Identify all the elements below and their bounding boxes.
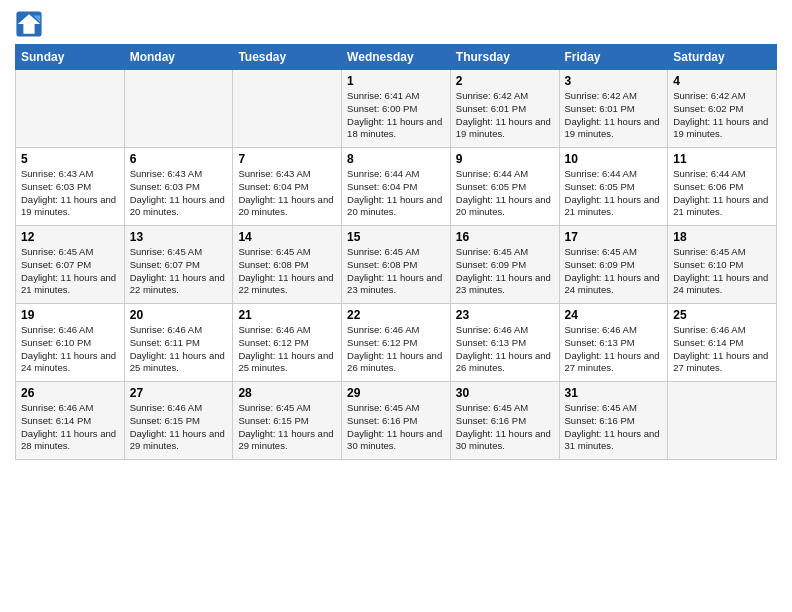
day-header-friday: Friday bbox=[559, 45, 668, 70]
day-number: 31 bbox=[565, 386, 663, 400]
week-row-2: 5Sunrise: 6:43 AMSunset: 6:03 PMDaylight… bbox=[16, 148, 777, 226]
day-number: 19 bbox=[21, 308, 119, 322]
calendar-cell: 27Sunrise: 6:46 AMSunset: 6:15 PMDayligh… bbox=[124, 382, 233, 460]
calendar-cell: 28Sunrise: 6:45 AMSunset: 6:15 PMDayligh… bbox=[233, 382, 342, 460]
day-number: 8 bbox=[347, 152, 445, 166]
day-info: Sunrise: 6:45 AMSunset: 6:16 PMDaylight:… bbox=[456, 402, 554, 453]
logo-icon bbox=[15, 10, 43, 38]
calendar-cell: 21Sunrise: 6:46 AMSunset: 6:12 PMDayligh… bbox=[233, 304, 342, 382]
calendar-cell: 15Sunrise: 6:45 AMSunset: 6:08 PMDayligh… bbox=[342, 226, 451, 304]
calendar-cell: 19Sunrise: 6:46 AMSunset: 6:10 PMDayligh… bbox=[16, 304, 125, 382]
day-info: Sunrise: 6:45 AMSunset: 6:16 PMDaylight:… bbox=[347, 402, 445, 453]
calendar-cell: 25Sunrise: 6:46 AMSunset: 6:14 PMDayligh… bbox=[668, 304, 777, 382]
calendar-cell: 23Sunrise: 6:46 AMSunset: 6:13 PMDayligh… bbox=[450, 304, 559, 382]
day-header-sunday: Sunday bbox=[16, 45, 125, 70]
calendar-cell: 4Sunrise: 6:42 AMSunset: 6:02 PMDaylight… bbox=[668, 70, 777, 148]
day-info: Sunrise: 6:45 AMSunset: 6:08 PMDaylight:… bbox=[347, 246, 445, 297]
calendar-cell: 10Sunrise: 6:44 AMSunset: 6:05 PMDayligh… bbox=[559, 148, 668, 226]
day-number: 9 bbox=[456, 152, 554, 166]
day-info: Sunrise: 6:45 AMSunset: 6:15 PMDaylight:… bbox=[238, 402, 336, 453]
day-info: Sunrise: 6:43 AMSunset: 6:04 PMDaylight:… bbox=[238, 168, 336, 219]
day-info: Sunrise: 6:45 AMSunset: 6:08 PMDaylight:… bbox=[238, 246, 336, 297]
day-info: Sunrise: 6:45 AMSunset: 6:07 PMDaylight:… bbox=[21, 246, 119, 297]
day-number: 10 bbox=[565, 152, 663, 166]
day-number: 11 bbox=[673, 152, 771, 166]
day-info: Sunrise: 6:46 AMSunset: 6:12 PMDaylight:… bbox=[347, 324, 445, 375]
day-info: Sunrise: 6:45 AMSunset: 6:09 PMDaylight:… bbox=[456, 246, 554, 297]
day-info: Sunrise: 6:46 AMSunset: 6:14 PMDaylight:… bbox=[673, 324, 771, 375]
day-number: 5 bbox=[21, 152, 119, 166]
day-number: 6 bbox=[130, 152, 228, 166]
calendar-cell bbox=[16, 70, 125, 148]
day-number: 2 bbox=[456, 74, 554, 88]
calendar-cell: 2Sunrise: 6:42 AMSunset: 6:01 PMDaylight… bbox=[450, 70, 559, 148]
calendar-cell: 13Sunrise: 6:45 AMSunset: 6:07 PMDayligh… bbox=[124, 226, 233, 304]
calendar-cell bbox=[233, 70, 342, 148]
day-number: 30 bbox=[456, 386, 554, 400]
calendar-cell: 5Sunrise: 6:43 AMSunset: 6:03 PMDaylight… bbox=[16, 148, 125, 226]
calendar-cell: 9Sunrise: 6:44 AMSunset: 6:05 PMDaylight… bbox=[450, 148, 559, 226]
day-info: Sunrise: 6:44 AMSunset: 6:04 PMDaylight:… bbox=[347, 168, 445, 219]
day-number: 27 bbox=[130, 386, 228, 400]
day-header-tuesday: Tuesday bbox=[233, 45, 342, 70]
day-header-saturday: Saturday bbox=[668, 45, 777, 70]
calendar-cell: 24Sunrise: 6:46 AMSunset: 6:13 PMDayligh… bbox=[559, 304, 668, 382]
week-row-3: 12Sunrise: 6:45 AMSunset: 6:07 PMDayligh… bbox=[16, 226, 777, 304]
day-number: 7 bbox=[238, 152, 336, 166]
day-number: 15 bbox=[347, 230, 445, 244]
day-info: Sunrise: 6:41 AMSunset: 6:00 PMDaylight:… bbox=[347, 90, 445, 141]
day-info: Sunrise: 6:42 AMSunset: 6:01 PMDaylight:… bbox=[456, 90, 554, 141]
day-number: 23 bbox=[456, 308, 554, 322]
day-info: Sunrise: 6:42 AMSunset: 6:01 PMDaylight:… bbox=[565, 90, 663, 141]
day-info: Sunrise: 6:46 AMSunset: 6:10 PMDaylight:… bbox=[21, 324, 119, 375]
day-number: 13 bbox=[130, 230, 228, 244]
day-number: 4 bbox=[673, 74, 771, 88]
header bbox=[15, 10, 777, 38]
day-number: 24 bbox=[565, 308, 663, 322]
day-number: 29 bbox=[347, 386, 445, 400]
calendar-cell bbox=[668, 382, 777, 460]
day-info: Sunrise: 6:46 AMSunset: 6:11 PMDaylight:… bbox=[130, 324, 228, 375]
day-info: Sunrise: 6:45 AMSunset: 6:10 PMDaylight:… bbox=[673, 246, 771, 297]
calendar-cell bbox=[124, 70, 233, 148]
calendar-body: 1Sunrise: 6:41 AMSunset: 6:00 PMDaylight… bbox=[16, 70, 777, 460]
page: SundayMondayTuesdayWednesdayThursdayFrid… bbox=[0, 0, 792, 612]
day-info: Sunrise: 6:44 AMSunset: 6:05 PMDaylight:… bbox=[456, 168, 554, 219]
day-number: 1 bbox=[347, 74, 445, 88]
calendar-cell: 12Sunrise: 6:45 AMSunset: 6:07 PMDayligh… bbox=[16, 226, 125, 304]
day-info: Sunrise: 6:46 AMSunset: 6:14 PMDaylight:… bbox=[21, 402, 119, 453]
week-row-5: 26Sunrise: 6:46 AMSunset: 6:14 PMDayligh… bbox=[16, 382, 777, 460]
day-info: Sunrise: 6:46 AMSunset: 6:13 PMDaylight:… bbox=[456, 324, 554, 375]
calendar-cell: 16Sunrise: 6:45 AMSunset: 6:09 PMDayligh… bbox=[450, 226, 559, 304]
day-number: 17 bbox=[565, 230, 663, 244]
calendar-cell: 7Sunrise: 6:43 AMSunset: 6:04 PMDaylight… bbox=[233, 148, 342, 226]
day-number: 28 bbox=[238, 386, 336, 400]
day-number: 14 bbox=[238, 230, 336, 244]
calendar-cell: 8Sunrise: 6:44 AMSunset: 6:04 PMDaylight… bbox=[342, 148, 451, 226]
day-header-thursday: Thursday bbox=[450, 45, 559, 70]
calendar-cell: 22Sunrise: 6:46 AMSunset: 6:12 PMDayligh… bbox=[342, 304, 451, 382]
day-info: Sunrise: 6:46 AMSunset: 6:12 PMDaylight:… bbox=[238, 324, 336, 375]
calendar-cell: 30Sunrise: 6:45 AMSunset: 6:16 PMDayligh… bbox=[450, 382, 559, 460]
calendar-table: SundayMondayTuesdayWednesdayThursdayFrid… bbox=[15, 44, 777, 460]
calendar-cell: 14Sunrise: 6:45 AMSunset: 6:08 PMDayligh… bbox=[233, 226, 342, 304]
days-header-row: SundayMondayTuesdayWednesdayThursdayFrid… bbox=[16, 45, 777, 70]
calendar-cell: 29Sunrise: 6:45 AMSunset: 6:16 PMDayligh… bbox=[342, 382, 451, 460]
calendar-cell: 31Sunrise: 6:45 AMSunset: 6:16 PMDayligh… bbox=[559, 382, 668, 460]
day-number: 21 bbox=[238, 308, 336, 322]
day-number: 20 bbox=[130, 308, 228, 322]
day-header-wednesday: Wednesday bbox=[342, 45, 451, 70]
calendar-cell: 11Sunrise: 6:44 AMSunset: 6:06 PMDayligh… bbox=[668, 148, 777, 226]
day-info: Sunrise: 6:46 AMSunset: 6:15 PMDaylight:… bbox=[130, 402, 228, 453]
day-info: Sunrise: 6:44 AMSunset: 6:05 PMDaylight:… bbox=[565, 168, 663, 219]
logo bbox=[15, 10, 46, 38]
calendar-cell: 1Sunrise: 6:41 AMSunset: 6:00 PMDaylight… bbox=[342, 70, 451, 148]
calendar-cell: 6Sunrise: 6:43 AMSunset: 6:03 PMDaylight… bbox=[124, 148, 233, 226]
calendar-cell: 26Sunrise: 6:46 AMSunset: 6:14 PMDayligh… bbox=[16, 382, 125, 460]
day-number: 12 bbox=[21, 230, 119, 244]
day-info: Sunrise: 6:46 AMSunset: 6:13 PMDaylight:… bbox=[565, 324, 663, 375]
week-row-4: 19Sunrise: 6:46 AMSunset: 6:10 PMDayligh… bbox=[16, 304, 777, 382]
day-info: Sunrise: 6:43 AMSunset: 6:03 PMDaylight:… bbox=[130, 168, 228, 219]
day-number: 25 bbox=[673, 308, 771, 322]
day-info: Sunrise: 6:43 AMSunset: 6:03 PMDaylight:… bbox=[21, 168, 119, 219]
